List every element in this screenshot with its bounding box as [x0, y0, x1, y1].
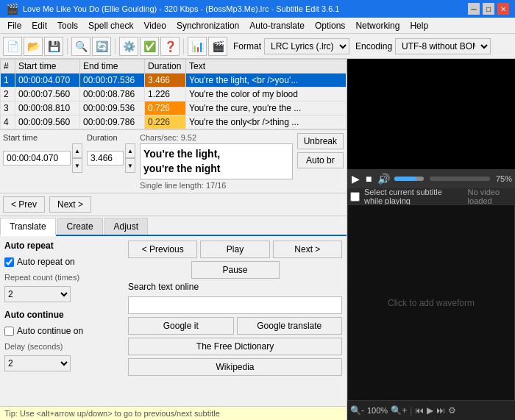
menu-auto-translate[interactable]: Auto-translate — [245, 19, 309, 32]
waveform-prev-button[interactable]: ⏮ — [415, 405, 424, 416]
auto-continue-on-checkbox[interactable] — [4, 327, 14, 336]
menu-synchronization[interactable]: Synchronization — [172, 19, 244, 32]
format-label: Format — [233, 41, 261, 51]
app-icon: 🎬 — [6, 3, 18, 15]
previous-button[interactable]: < Previous — [128, 241, 197, 258]
unbreak-button[interactable]: Unbreak — [297, 133, 344, 149]
duration-input[interactable] — [87, 151, 124, 165]
duration-up[interactable]: ▲ — [125, 143, 135, 158]
zoom-in-button[interactable]: 🔍+ — [391, 405, 407, 416]
pause-button[interactable]: Pause — [191, 261, 280, 279]
format-select[interactable]: LRC Lyrics (.lrc) — [264, 38, 349, 54]
progress-bar[interactable] — [430, 177, 490, 181]
nav-row: < Prev Next > — [0, 193, 347, 216]
tab-translate[interactable]: Translate — [0, 218, 56, 236]
cell-duration: 0.226 — [145, 115, 186, 129]
cell-num: 1 — [1, 74, 15, 88]
stop-video-button[interactable]: ■ — [364, 173, 373, 185]
menu-video[interactable]: Video — [139, 19, 170, 32]
subtitle-text-display[interactable]: You're the light,you're the night — [140, 143, 293, 179]
auto-continue-section-label: Auto continue — [4, 310, 122, 320]
replace-button[interactable]: 🔄 — [92, 37, 111, 56]
video-controls-bar: ▶ ■ 🔊 75% — [347, 169, 515, 188]
menu-edit[interactable]: Edit — [27, 19, 52, 32]
cell-text: You're the color of my blood — [186, 88, 347, 102]
help-toolbar-button[interactable]: ❓ — [160, 37, 180, 56]
cell-duration: 0.726 — [145, 102, 186, 115]
waveform-button[interactable]: 📊 — [188, 37, 207, 56]
tip-bar: Tip: Use <alt+arrow up/down> to go to pr… — [0, 406, 347, 420]
menu-bar: File Edit Tools Spell check Video Synchr… — [0, 18, 515, 34]
check-button[interactable]: ✅ — [140, 37, 159, 56]
tab-content: Auto repeat Auto repeat on Repeat count … — [0, 236, 347, 406]
auto-repeat-on-checkbox[interactable] — [4, 257, 14, 267]
settings-button[interactable]: ⚙️ — [119, 37, 138, 56]
repeat-count-select[interactable]: 2 3 4 — [4, 286, 71, 302]
next-button[interactable]: Next > — [49, 196, 91, 213]
delay-label: Delay (seconds) — [4, 342, 122, 351]
table-row[interactable]: 1 00:00:04.070 00:00:07.536 3.466 You're… — [1, 74, 347, 88]
start-time-input[interactable] — [3, 151, 71, 165]
delay-select[interactable]: 2 3 4 — [4, 355, 71, 371]
table-row[interactable]: 2 00:00:07.560 00:00:08.786 1.226 You're… — [1, 88, 347, 102]
select-subtitle-checkbox[interactable] — [350, 192, 360, 202]
play-video-button[interactable]: ▶ — [350, 173, 361, 185]
google-it-button[interactable]: Google it — [128, 317, 234, 335]
maximize-button[interactable]: □ — [483, 3, 494, 15]
waveform-play-button[interactable]: ▶ — [427, 405, 433, 416]
auto-repeat-section-label: Auto repeat — [4, 241, 122, 251]
new-button[interactable]: 📄 — [3, 37, 22, 56]
search-online-input[interactable] — [128, 296, 342, 314]
title-bar: 🎬 Love Me Like You Do (Ellie Goulding) -… — [0, 0, 515, 18]
menu-help[interactable]: Help — [405, 19, 433, 32]
find-button[interactable]: 🔍 — [71, 37, 90, 56]
duration-down[interactable]: ▼ — [125, 158, 135, 173]
no-video-label: No video loaded — [468, 188, 512, 205]
wc-separator: | — [410, 405, 412, 416]
cell-text: You're the cure, you're the ... — [186, 102, 347, 115]
auto-br-button[interactable]: Auto br — [297, 152, 344, 168]
start-time-down[interactable]: ▼ — [72, 158, 82, 173]
cell-text: You're the only<br />thing ... — [186, 115, 347, 129]
menu-networking[interactable]: Networking — [351, 19, 404, 32]
left-panel: # Start time End time Duration Text 1 00… — [0, 59, 347, 420]
wikipedia-button[interactable]: Wikipedia — [128, 358, 342, 376]
text-chars: Chars/sec: 9.52 — [140, 133, 293, 142]
close-button[interactable]: ✕ — [497, 3, 509, 15]
menu-tools[interactable]: Tools — [53, 19, 82, 32]
auto-continue-on-row[interactable]: Auto continue on — [4, 326, 122, 336]
menu-options[interactable]: Options — [310, 19, 349, 32]
tab-adjust[interactable]: Adjust — [104, 218, 148, 235]
volume-percent: 75% — [496, 174, 512, 183]
single-line-length: Single line length: 17/16 — [140, 181, 293, 190]
save-button[interactable]: 💾 — [44, 37, 63, 56]
open-button[interactable]: 📂 — [24, 37, 43, 56]
subtitle-select-bar: Select current subtitle while playing No… — [347, 188, 515, 204]
volume-bar[interactable] — [394, 177, 424, 181]
start-time-up[interactable]: ▲ — [72, 143, 82, 158]
minimize-button[interactable]: ─ — [468, 3, 480, 15]
next-translate-button[interactable]: Next > — [273, 241, 342, 258]
free-dictionary-button[interactable]: The Free Dictionary — [128, 338, 342, 355]
col-header-num: # — [1, 60, 15, 74]
duration-group: Duration ▲ ▼ — [87, 133, 135, 173]
playback-buttons-row: < Previous Play Next > — [128, 241, 342, 258]
table-row[interactable]: 4 00:00:09.560 00:00:09.786 0.226 You're… — [1, 115, 347, 129]
google-translate-button[interactable]: Google translate — [237, 317, 343, 335]
prev-button[interactable]: < Prev — [3, 196, 45, 213]
tab-create[interactable]: Create — [57, 218, 103, 235]
video-area — [347, 59, 515, 169]
menu-spell-check[interactable]: Spell check — [84, 19, 138, 32]
auto-repeat-on-row[interactable]: Auto repeat on — [4, 257, 122, 267]
zoom-out-button[interactable]: 🔍- — [350, 405, 364, 416]
volume-button[interactable]: 🔊 — [376, 173, 391, 185]
col-header-start: Start time — [15, 60, 80, 74]
table-row[interactable]: 3 00:00:08.810 00:00:09.536 0.726 You're… — [1, 102, 347, 115]
waveform-next-button[interactable]: ⏭ — [436, 405, 445, 416]
video-button[interactable]: 🎬 — [208, 37, 227, 56]
waveform-settings-button[interactable]: ⚙ — [448, 405, 456, 416]
play-button[interactable]: Play — [200, 241, 269, 258]
waveform-area[interactable]: Click to add waveform — [347, 204, 515, 401]
menu-file[interactable]: File — [3, 19, 26, 32]
encoding-select[interactable]: UTF-8 without BOM — [395, 38, 491, 54]
